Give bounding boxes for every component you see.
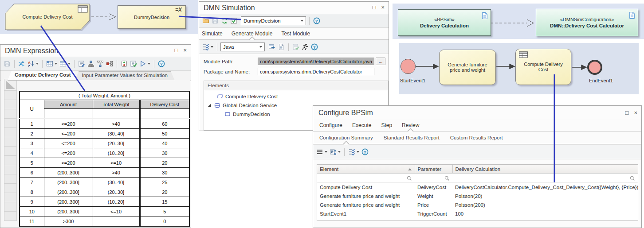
dmn-connector[interactable] bbox=[91, 14, 116, 20]
sheet-row-header[interactable] bbox=[4, 128, 17, 137]
validate-sheet-icon[interactable] bbox=[130, 60, 137, 68]
task-compute-delivery-cost[interactable]: Compute Delivery Cost bbox=[515, 49, 571, 85]
rule-cell[interactable]: 60 bbox=[140, 119, 189, 129]
play-icon[interactable] bbox=[139, 60, 151, 68]
tab-standard-results-report[interactable]: Standard Results Report bbox=[384, 135, 440, 140]
tab-simulate[interactable]: Simulate bbox=[202, 31, 223, 37]
chevron-down-icon[interactable] bbox=[211, 46, 213, 48]
help-icon[interactable]: ? bbox=[310, 43, 318, 51]
menu-icon[interactable] bbox=[316, 148, 328, 156]
help-icon[interactable]: ? bbox=[361, 148, 369, 156]
tab-custom-results-report[interactable]: Custom Results Report bbox=[450, 135, 503, 140]
decision-combo[interactable]: DummyDecision bbox=[241, 16, 306, 25]
rule-number-cell[interactable]: 3 bbox=[20, 139, 44, 148]
chevron-down-icon[interactable] bbox=[338, 151, 341, 153]
sheet-tab-input-parameter-values-for-simulation[interactable]: Input Parameter Values for Simulation bbox=[75, 71, 175, 81]
tab-review[interactable]: Review bbox=[402, 122, 419, 128]
rule-cell[interactable]: 25 bbox=[140, 178, 189, 187]
rule-cell[interactable]: 30 bbox=[140, 148, 189, 158]
rule-cell[interactable]: <=200 bbox=[44, 119, 93, 129]
run-icon[interactable] bbox=[301, 43, 309, 51]
rule-cell[interactable]: (30..40] bbox=[93, 178, 140, 187]
refresh-icon[interactable] bbox=[220, 17, 228, 25]
rule-cell[interactable]: <=200 bbox=[44, 148, 93, 158]
rule-number-cell[interactable]: 4 bbox=[20, 148, 44, 158]
chevron-down-icon[interactable] bbox=[36, 63, 39, 65]
sheet-row-header[interactable] bbox=[4, 202, 17, 212]
folder-icon[interactable] bbox=[202, 17, 210, 25]
input-column-header[interactable]: Total Weight bbox=[93, 100, 140, 109]
input-column-header[interactable]: Amount bbox=[44, 100, 93, 109]
magnifier-icon[interactable] bbox=[455, 175, 635, 181]
rule-cell[interactable]: (200..300] bbox=[44, 207, 93, 216]
tree-item[interactable]: Compute Delivery Cost bbox=[204, 92, 388, 101]
generate-script-icon[interactable] bbox=[202, 43, 214, 51]
close-icon[interactable]: × bbox=[183, 47, 187, 54]
sort-az-icon[interactable]: AZ bbox=[27, 60, 39, 68]
decision-table[interactable]: ( Total Weight, Amount )UAmountTotal Wei… bbox=[19, 91, 190, 227]
sheet-row-header[interactable] bbox=[4, 156, 17, 165]
column-header-delivery-calculation[interactable]: Delivery Calculation bbox=[452, 165, 638, 174]
rule-cell[interactable]: (30..40] bbox=[93, 129, 140, 139]
rule-cell[interactable]: 50 bbox=[140, 129, 189, 139]
rule-cell[interactable]: <=200 bbox=[44, 129, 93, 139]
rule-number-cell[interactable]: 5 bbox=[20, 158, 44, 168]
chevron-down-icon[interactable] bbox=[148, 63, 150, 65]
chevron-down-icon[interactable] bbox=[325, 151, 327, 153]
generate-script-icon[interactable] bbox=[348, 148, 360, 156]
export-config-icon[interactable] bbox=[329, 148, 341, 156]
float-window-icon[interactable]: □ bbox=[175, 47, 178, 54]
task-generate-furniture[interactable]: Generate furniture price and weight bbox=[439, 50, 496, 85]
rule-cell[interactable]: (200..300] bbox=[44, 187, 93, 197]
magnifier-icon[interactable] bbox=[320, 175, 412, 181]
rule-cell[interactable]: (20..30] bbox=[93, 139, 140, 148]
chevron-down-icon[interactable] bbox=[301, 20, 303, 22]
table-add-right-icon[interactable] bbox=[59, 60, 71, 68]
bpsim-artifact[interactable]: «BPSim» Delivery Calculation bbox=[398, 9, 491, 36]
close-icon[interactable]: × bbox=[381, 4, 385, 11]
column-header-parameter[interactable]: Parameter bbox=[415, 165, 452, 174]
module-path-field[interactable]: com\sparxsystems\dmn\DeliveryCostCalcula… bbox=[258, 58, 374, 65]
sheet-row-header[interactable] bbox=[4, 100, 17, 109]
rule-cell[interactable]: <=10 bbox=[93, 158, 140, 168]
rule-cell[interactable]: >40 bbox=[93, 119, 140, 129]
rule-cell[interactable]: <=10 bbox=[93, 207, 140, 216]
sheet-row-header[interactable] bbox=[4, 212, 17, 221]
magnifier-icon[interactable] bbox=[417, 175, 450, 181]
rule-cell[interactable]: 30 bbox=[140, 168, 189, 178]
rule-number-cell[interactable]: 8 bbox=[20, 187, 44, 197]
tab-configure[interactable]: Configure bbox=[319, 122, 342, 128]
end-event[interactable] bbox=[587, 60, 602, 75]
append-row-icon[interactable] bbox=[106, 60, 114, 68]
chevron-down-icon[interactable] bbox=[259, 46, 262, 48]
table-add-left-icon[interactable] bbox=[46, 60, 58, 68]
rule-cell[interactable]: (200..300] bbox=[44, 168, 93, 178]
sheet-row-header[interactable] bbox=[4, 109, 17, 119]
chevron-down-icon[interactable] bbox=[68, 63, 71, 65]
sheet-corner-cell[interactable] bbox=[4, 79, 17, 91]
invocation-header[interactable]: ( Total Weight, Amount ) bbox=[20, 91, 189, 100]
sheet-row-header[interactable] bbox=[4, 119, 17, 128]
package-name-field[interactable]: com.sparxsystems.dmn.DeliveryCostCalcula… bbox=[258, 68, 374, 75]
rule-cell[interactable]: <=200 bbox=[44, 158, 93, 168]
tab-configuration-summary[interactable]: Configuration Summary bbox=[319, 135, 373, 140]
sheet-row-header[interactable] bbox=[4, 184, 17, 193]
output-column-header[interactable]: Delivery Cost bbox=[140, 100, 189, 109]
chevron-down-icon[interactable] bbox=[357, 151, 359, 153]
start-event[interactable] bbox=[401, 59, 416, 74]
rule-cell[interactable]: 15 bbox=[140, 197, 189, 207]
rule-cell[interactable]: 20 bbox=[140, 158, 189, 168]
rule-cell[interactable]: (10..20] bbox=[93, 197, 140, 207]
rule-cell[interactable]: <=200 bbox=[44, 139, 93, 148]
save-icon[interactable] bbox=[3, 60, 11, 68]
rule-cell[interactable]: 5 bbox=[140, 207, 189, 216]
rule-number-cell[interactable]: 10 bbox=[20, 207, 44, 216]
rule-cell[interactable]: 0 bbox=[140, 216, 189, 227]
float-window-icon[interactable]: □ bbox=[625, 110, 629, 116]
document-icon[interactable] bbox=[277, 43, 285, 51]
sheet-row-header[interactable] bbox=[4, 91, 17, 100]
tab-step[interactable]: Step bbox=[381, 122, 392, 128]
sheet-row-header[interactable] bbox=[4, 147, 17, 156]
table-row[interactable]: Compute Delivery CostDeliveryCostDeliver… bbox=[317, 183, 638, 192]
rule-cell[interactable]: - bbox=[93, 216, 140, 227]
